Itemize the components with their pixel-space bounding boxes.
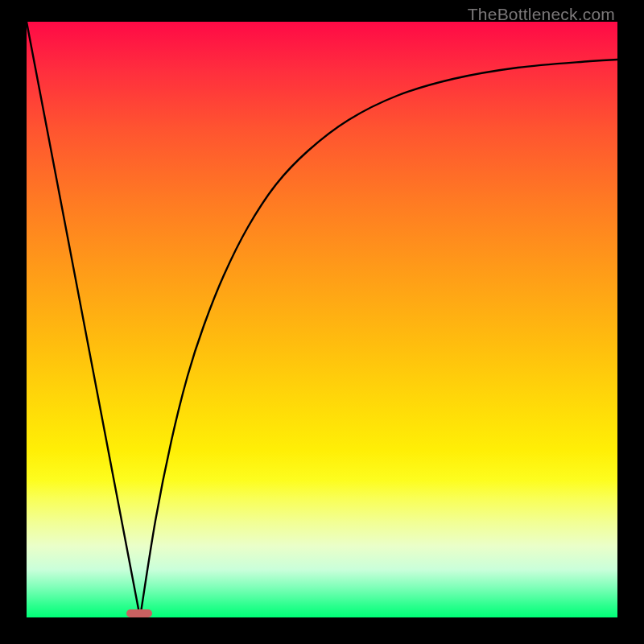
bottleneck-curve — [27, 22, 617, 617]
attribution-text: TheBottleneck.com — [468, 5, 615, 24]
optimal-marker — [126, 609, 152, 617]
chart-frame — [27, 22, 617, 617]
